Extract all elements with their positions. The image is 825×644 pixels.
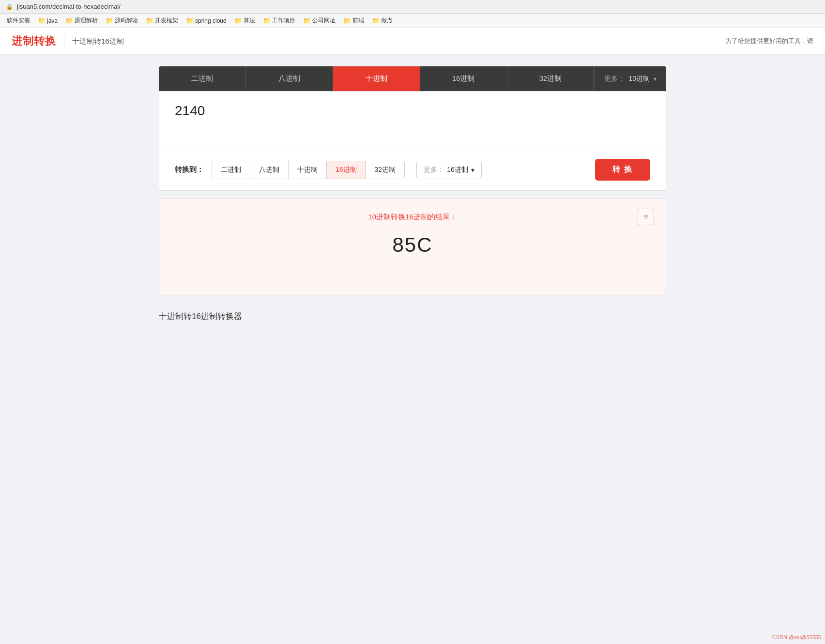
header-divider [64, 34, 64, 48]
base-options: 二进制八进制十进制16进制32进制 [212, 161, 405, 179]
header-tagline: 为了给您提供更好用的工具，请 [725, 37, 813, 46]
folder-icon: 📁 [343, 17, 351, 24]
folder-icon: 📁 [65, 17, 73, 24]
bookmark-item[interactable]: 📁前端 [340, 15, 367, 26]
bookmark-label: 开发框架 [155, 16, 178, 25]
more-dropdown[interactable]: 更多： 16进制 ▾ [416, 161, 482, 179]
bookmark-item[interactable]: 📁算法 [231, 15, 258, 26]
tab-bar: 二进制八进制十进制16进制32进制 更多： 10进制 ▾ [159, 66, 666, 91]
browser-bar: 🔒 jisuan5.com/decimal-to-hexadecimal/ [0, 0, 825, 14]
base-option[interactable]: 八进制 [250, 161, 289, 179]
convert-section: 转换到： 二进制八进制十进制16进制32进制 更多： 16进制 ▾ 转 换 [159, 149, 666, 191]
bookmark-label: 工作项目 [272, 16, 295, 25]
result-section: ≡ 10进制转换16进制的结果： 85C [159, 199, 666, 295]
copy-icon[interactable]: ≡ [638, 209, 654, 225]
bookmark-item[interactable]: 📁原理解析 [62, 15, 101, 26]
desc-section: 十进制转16进制转换器 [159, 307, 666, 326]
bookmark-label: 前端 [352, 16, 364, 25]
bookmark-label: 原理解析 [75, 16, 98, 25]
bookmark-item[interactable]: 📁公司网址 [300, 15, 338, 26]
site-logo: 进制转换 [12, 34, 56, 48]
convert-label: 转换到： [175, 165, 204, 174]
watermark: CSDN @wu@55555 [772, 634, 821, 640]
page-wrapper: 进制转换 十进制转16进制 为了给您提供更好用的工具，请 二进制八进制十进制16… [0, 28, 825, 643]
tab-more[interactable]: 更多： 10进制 ▾ [594, 66, 666, 91]
lock-icon: 🔒 [6, 3, 13, 10]
bookmark-item[interactable]: 📁开发框架 [143, 15, 181, 26]
browser-url: jisuan5.com/decimal-to-hexadecimal/ [17, 3, 121, 10]
bookmark-item[interactable]: 📁源码解读 [103, 15, 141, 26]
tab-item[interactable]: 16进制 [420, 66, 507, 91]
folder-icon: 📁 [303, 17, 311, 24]
folder-icon: 📁 [263, 17, 271, 24]
site-header: 进制转换 十进制转16进制 为了给您提供更好用的工具，请 [0, 28, 825, 55]
desc-title: 十进制转16进制转换器 [159, 311, 666, 322]
folder-icon: 📁 [234, 17, 242, 24]
number-display[interactable]: 2140 [175, 103, 650, 119]
more-dropdown-value: 16进制 [447, 166, 468, 174]
base-option[interactable]: 十进制 [289, 161, 327, 179]
tab-item[interactable]: 十进制 [333, 66, 420, 91]
bookmark-item[interactable]: 📁spring cloud [183, 16, 229, 25]
bookmark-label: 软件安装 [7, 16, 30, 25]
chevron-down-icon: ▾ [654, 76, 657, 82]
tab-item[interactable]: 32进制 [507, 66, 595, 91]
bookmark-item[interactable]: 软件安装 [4, 15, 33, 26]
dropdown-chevron-icon: ▾ [471, 166, 474, 174]
result-value: 85C [175, 233, 650, 257]
bookmark-label: spring cloud [195, 17, 227, 24]
page-breadcrumb: 十进制转16进制 [72, 37, 124, 46]
bookmark-item[interactable]: 📁工作项目 [260, 15, 298, 26]
base-option[interactable]: 16进制 [327, 161, 366, 179]
tab-item[interactable]: 二进制 [159, 66, 246, 91]
bookmark-label: 公司网址 [312, 16, 336, 25]
folder-icon: 📁 [372, 17, 380, 24]
bookmark-item[interactable]: 📁java [35, 16, 61, 25]
tab-more-label: 更多： [604, 75, 625, 83]
bookmark-label: 源码解读 [115, 16, 138, 25]
bookmark-item[interactable]: 📁做点 [369, 15, 396, 26]
folder-icon: 📁 [38, 17, 46, 24]
folder-icon: 📁 [106, 17, 113, 24]
result-label: 10进制转换16进制的结果： [175, 213, 650, 222]
base-option[interactable]: 32进制 [366, 161, 405, 179]
main-content: 二进制八进制十进制16进制32进制 更多： 10进制 ▾ 2140 转换到： 二… [151, 66, 674, 326]
tab-more-value: 10进制 [628, 75, 650, 83]
bookmark-label: java [47, 17, 58, 24]
base-option[interactable]: 二进制 [212, 161, 250, 179]
more-dropdown-label: 更多： [424, 166, 444, 174]
folder-icon: 📁 [186, 17, 194, 24]
bookmark-label: 算法 [244, 16, 255, 25]
convert-button[interactable]: 转 换 [595, 159, 650, 181]
bookmark-label: 做点 [381, 16, 393, 25]
input-section: 2140 [159, 91, 666, 149]
tab-item[interactable]: 八进制 [246, 66, 333, 91]
bookmarks-bar: 软件安装📁java📁原理解析📁源码解读📁开发框架📁spring cloud📁算法… [0, 14, 825, 28]
folder-icon: 📁 [146, 17, 153, 24]
